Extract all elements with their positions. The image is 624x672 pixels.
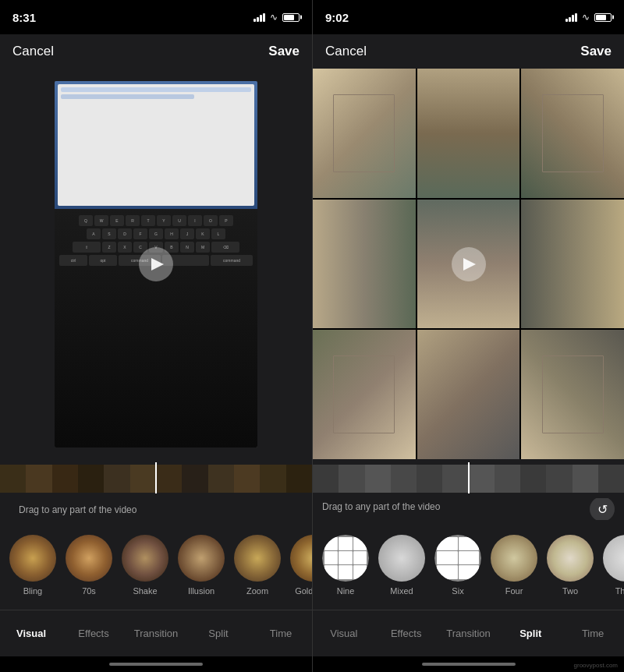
- right-playhead: [468, 462, 470, 493]
- left-tabs: Visual Effects Transition Split Time: [0, 610, 312, 656]
- left-cancel-button[interactable]: Cancel: [12, 44, 54, 59]
- effect-shake[interactable]: Shake: [122, 535, 168, 596]
- tab-transition-left[interactable]: Transition: [125, 610, 187, 656]
- signal-icon: [254, 13, 265, 22]
- right-status-icons: ∿: [566, 12, 612, 23]
- undo-button[interactable]: ↺: [590, 497, 615, 522]
- effect-four-label: Four: [505, 586, 523, 596]
- left-status-icons: ∿: [254, 12, 300, 23]
- laptop-screen: [55, 81, 257, 210]
- right-nav-bar: Cancel Save: [313, 34, 624, 69]
- effect-zoom-label: Zoom: [246, 586, 268, 596]
- tab-visual-left[interactable]: Visual: [0, 610, 62, 656]
- tab-time-label-right: Time: [582, 628, 604, 639]
- left-video-area[interactable]: Q W E R T Y U I O P A: [0, 69, 312, 459]
- effect-illusion[interactable]: Illusion: [178, 535, 225, 596]
- left-timeline[interactable]: [0, 459, 312, 498]
- right-save-button[interactable]: Save: [580, 44, 612, 59]
- effect-goldpow[interactable]: Gold Pow: [290, 535, 312, 596]
- tab-visual-label-right: Visual: [330, 628, 357, 639]
- tab-transition-right[interactable]: Transition: [438, 610, 500, 656]
- left-drag-label: Drag to any part of the video: [9, 501, 146, 517]
- right-drag-label: Drag to any part of the video: [322, 501, 440, 517]
- left-playhead: [155, 462, 157, 493]
- tab-split-label-right: Split: [519, 628, 541, 639]
- effect-two-label: Two: [562, 586, 578, 596]
- tab-split-right[interactable]: Split: [499, 610, 562, 656]
- effect-six[interactable]: Six: [434, 535, 481, 596]
- effect-zoom[interactable]: Zoom: [234, 535, 281, 596]
- effect-goldpow-label: Gold Pow: [295, 586, 312, 596]
- left-home-indicator: [0, 656, 312, 672]
- undo-icon: ↺: [597, 502, 608, 517]
- right-battery-icon: [594, 13, 612, 22]
- tab-effects-label-left: Effects: [78, 628, 109, 639]
- battery-icon: [282, 13, 300, 22]
- left-status-bar: 8:31 ∿: [0, 0, 312, 34]
- tab-transition-label-left: Transition: [134, 628, 179, 639]
- right-status-bar: 9:02 ∿: [313, 0, 624, 34]
- left-effects-row: Bling 70s Shake Illusion Zoom Gold Pow: [0, 520, 312, 610]
- tab-time-right[interactable]: Time: [562, 610, 624, 656]
- tab-visual-right[interactable]: Visual: [313, 610, 375, 656]
- effect-nine[interactable]: Nine: [322, 535, 369, 596]
- tab-split-label-left: Split: [208, 628, 228, 639]
- tab-time-left[interactable]: Time: [250, 610, 312, 656]
- effect-shake-label: Shake: [133, 586, 157, 596]
- keyboard-area: Q W E R T Y U I O P A: [55, 209, 257, 447]
- tab-split-left[interactable]: Split: [187, 610, 250, 656]
- watermark: groovypost.com: [574, 662, 618, 669]
- left-drag-row: Drag to any part of the video: [0, 498, 312, 520]
- effect-nine-label: Nine: [337, 586, 355, 596]
- right-time: 9:02: [325, 11, 349, 24]
- effect-three[interactable]: Three: [603, 535, 624, 596]
- tab-transition-label-right: Transition: [446, 628, 491, 639]
- right-play-button[interactable]: [452, 247, 486, 281]
- right-cancel-button[interactable]: Cancel: [325, 44, 367, 59]
- right-tabs: Visual Effects Transition Split Time: [313, 610, 624, 656]
- tab-time-label-left: Time: [270, 628, 292, 639]
- left-phone: 8:31 ∿ Cancel Save: [0, 0, 312, 672]
- left-save-button[interactable]: Save: [268, 44, 300, 59]
- play-icon: [151, 258, 164, 271]
- left-play-button[interactable]: [139, 247, 173, 281]
- right-wifi-icon: ∿: [582, 12, 590, 23]
- left-nav-bar: Cancel Save: [0, 34, 312, 69]
- effect-four[interactable]: Four: [491, 535, 537, 596]
- right-drag-row: Drag to any part of the video ↺: [313, 498, 624, 520]
- effect-70s-label: 70s: [82, 586, 96, 596]
- tab-effects-left[interactable]: Effects: [62, 610, 125, 656]
- right-phone: 9:02 ∿ Cancel Save: [312, 0, 624, 672]
- effect-six-label: Six: [452, 586, 463, 596]
- tab-effects-right[interactable]: Effects: [375, 610, 438, 656]
- effect-bling[interactable]: Bling: [9, 535, 56, 596]
- right-timeline[interactable]: [313, 459, 624, 498]
- effect-illusion-label: Illusion: [188, 586, 214, 596]
- effect-mixed[interactable]: Mixed: [378, 535, 425, 596]
- tab-effects-label-right: Effects: [391, 628, 422, 639]
- left-time: 8:31: [12, 11, 36, 24]
- effect-three-label: Three: [615, 586, 624, 596]
- right-video-area[interactable]: [313, 69, 624, 459]
- right-signal-icon: [566, 13, 577, 22]
- wifi-icon: ∿: [270, 12, 278, 23]
- effect-two[interactable]: Two: [547, 535, 594, 596]
- effect-bling-label: Bling: [23, 586, 42, 596]
- tab-visual-label-left: Visual: [16, 628, 46, 639]
- effect-mixed-label: Mixed: [390, 586, 413, 596]
- right-play-icon: [463, 258, 476, 271]
- right-effects-row: Nine Mixed Six Four Two Three: [313, 520, 624, 610]
- effect-70s[interactable]: 70s: [66, 535, 112, 596]
